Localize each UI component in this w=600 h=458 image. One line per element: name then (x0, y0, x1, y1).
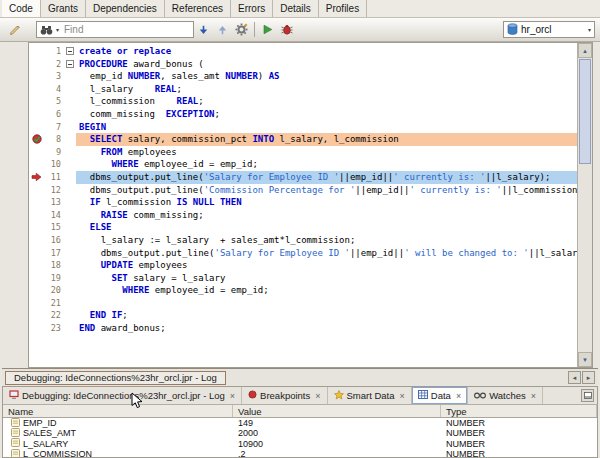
find-next-button[interactable] (194, 20, 213, 39)
minimize-button[interactable] (581, 389, 594, 402)
code-line-13[interactable]: 13 IF l_commission IS NULL THEN (29, 196, 577, 209)
breakpoint-gutter[interactable] (29, 146, 44, 159)
code-text[interactable]: SELECT salary, commission_pct INTO l_sal… (76, 133, 577, 146)
code-text[interactable]: comm_missing EXCEPTION; (76, 108, 577, 121)
breakpoint-gutter[interactable] (29, 184, 44, 197)
variable-value[interactable]: 10900 (233, 439, 441, 449)
code-line-20[interactable]: 20 WHERE employee_id = emp_id; (29, 284, 577, 297)
code-text[interactable]: UPDATE employees (76, 259, 577, 272)
log-window-tab[interactable]: Debugging: IdeConnections%23hr_orcl.jpr … (5, 371, 226, 385)
close-icon[interactable]: × (230, 391, 235, 401)
panel-tab-watches[interactable]: Watches× (468, 387, 543, 404)
chevron-down-icon[interactable]: ▾ (56, 26, 59, 33)
breakpoint-gutter[interactable] (29, 45, 44, 58)
tab-scroll-right-button[interactable]: ▸ (582, 371, 595, 384)
table-row[interactable]: L_SALARY10900NUMBER (3, 439, 597, 449)
code-line-9[interactable]: 9 FROM employees (29, 146, 577, 159)
code-line-3[interactable]: 3 emp_id NUMBER, sales_amt NUMBER) AS (29, 70, 577, 83)
code-line-7[interactable]: 7BEGIN (29, 121, 577, 134)
tab-profiles[interactable]: Profiles (319, 0, 367, 17)
debug-bug-button[interactable] (277, 20, 296, 39)
fold-toggle-icon[interactable] (63, 58, 76, 71)
breakpoint-gutter[interactable] (29, 309, 44, 322)
code-line-22[interactable]: 22 END IF; (29, 309, 577, 322)
code-line-12[interactable]: 12 dbms_output.put_line('Commission Perc… (29, 184, 577, 197)
table-row[interactable]: L_COMMISSION.2NUMBER (3, 449, 597, 457)
code-line-19[interactable]: 19 SET salary = l_salary (29, 272, 577, 285)
breakpoint-gutter[interactable] (29, 284, 44, 297)
breakpoint-gutter[interactable] (29, 322, 44, 335)
code-editor[interactable]: 1create or replace2PROCEDURE award_bonus… (28, 42, 593, 368)
tab-scroll-left-button[interactable]: ◂ (568, 371, 581, 384)
code-text[interactable]: emp_id NUMBER, sales_amt NUMBER) AS (76, 70, 577, 83)
breakpoint-gutter[interactable] (29, 247, 44, 260)
breakpoint-gutter[interactable] (29, 158, 44, 171)
breakpoint-gutter[interactable] (29, 297, 44, 310)
breakpoint-gutter[interactable] (29, 272, 44, 285)
scrollbar-thumb[interactable] (579, 59, 591, 164)
code-text[interactable]: dbms_output.put_line('Salary for Employe… (76, 247, 577, 260)
tab-code[interactable]: Code (2, 0, 41, 17)
breakpoint-gutter[interactable] (29, 196, 44, 209)
code-line-5[interactable]: 5 l_commission REAL; (29, 95, 577, 108)
code-line-21[interactable]: 21 (29, 297, 577, 310)
code-text[interactable]: IF l_commission IS NULL THEN (76, 196, 577, 209)
code-text[interactable] (76, 297, 577, 310)
code-text[interactable]: l_commission REAL; (76, 95, 577, 108)
code-line-8[interactable]: 8 SELECT salary, commission_pct INTO l_s… (29, 133, 577, 146)
close-icon[interactable]: × (400, 391, 405, 401)
code-line-14[interactable]: 14 RAISE comm_missing; (29, 209, 577, 222)
code-text[interactable]: FROM employees (76, 146, 577, 159)
scroll-up-button[interactable]: ▲ (578, 43, 592, 58)
variable-value[interactable]: 2000 (233, 428, 441, 438)
variable-name[interactable]: L_COMMISSION (3, 449, 233, 457)
table-row[interactable]: SALES_AMT2000NUMBER (3, 428, 597, 438)
code-text[interactable]: PROCEDURE award_bonus ( (76, 58, 577, 71)
breakpoint-gutter[interactable] (29, 259, 44, 272)
find-prev-button[interactable] (213, 20, 232, 39)
breakpoint-gutter[interactable] (29, 95, 44, 108)
close-icon[interactable]: × (456, 391, 461, 401)
breakpoint-gutter[interactable] (29, 234, 44, 247)
fold-toggle-icon[interactable] (63, 45, 76, 58)
panel-tab-smart-data[interactable]: Smart Data× (328, 387, 412, 404)
breakpoint-gutter[interactable] (29, 221, 44, 234)
code-line-17[interactable]: 17 dbms_output.put_line('Salary for Empl… (29, 247, 577, 260)
code-text[interactable]: dbms_output.put_line('Salary for Employe… (76, 171, 577, 184)
breakpoint-gutter[interactable] (29, 70, 44, 83)
connection-selector[interactable]: hr_orcl ▾ (503, 21, 595, 38)
code-line-2[interactable]: 2PROCEDURE award_bonus ( (29, 58, 577, 71)
close-icon[interactable]: × (531, 391, 536, 401)
tab-references[interactable]: References (165, 0, 231, 17)
tab-details[interactable]: Details (273, 0, 319, 17)
code-text[interactable]: WHERE employee_id = emp_id; (76, 284, 577, 297)
code-text[interactable]: END award_bonus; (76, 322, 577, 335)
breakpoint-gutter[interactable] (29, 108, 44, 121)
code-text[interactable]: RAISE comm_missing; (76, 209, 577, 222)
code-text[interactable]: BEGIN (76, 121, 577, 134)
scroll-down-button[interactable]: ▼ (578, 352, 592, 367)
code-line-18[interactable]: 18 UPDATE employees (29, 259, 577, 272)
breakpoint-gutter[interactable] (29, 121, 44, 134)
code-text[interactable]: END IF; (76, 309, 577, 322)
column-header-value[interactable]: Value (233, 405, 441, 417)
tab-dependencies[interactable]: Dependencies (86, 0, 165, 17)
code-line-1[interactable]: 1create or replace (29, 45, 577, 58)
scrollbar-track[interactable] (578, 165, 592, 352)
breakpoint-gutter[interactable] (29, 209, 44, 222)
find-box[interactable]: ▾ (36, 21, 194, 38)
vertical-scrollbar[interactable]: ▲ ▼ (577, 43, 592, 367)
panel-tab-data[interactable]: Data× (412, 387, 468, 404)
variable-value[interactable]: 149 (233, 418, 441, 428)
code-text[interactable]: create or replace (76, 45, 577, 58)
tab-errors[interactable]: Errors (231, 0, 273, 17)
code-line-16[interactable]: 16 l_salary := l_salary + sales_amt*l_co… (29, 234, 577, 247)
run-button[interactable] (258, 20, 277, 39)
breakpoint-gutter[interactable] (29, 83, 44, 96)
code-text[interactable]: WHERE employee_id = emp_id; (76, 158, 577, 171)
table-row[interactable]: EMP_ID149NUMBER (3, 418, 597, 428)
panel-tab-breakpoints[interactable]: Breakpoints× (242, 387, 327, 404)
execution-pointer-icon[interactable] (29, 171, 44, 184)
code-text[interactable]: l_salary := l_salary + sales_amt*l_commi… (76, 234, 577, 247)
breakpoint-gutter[interactable] (29, 58, 44, 71)
